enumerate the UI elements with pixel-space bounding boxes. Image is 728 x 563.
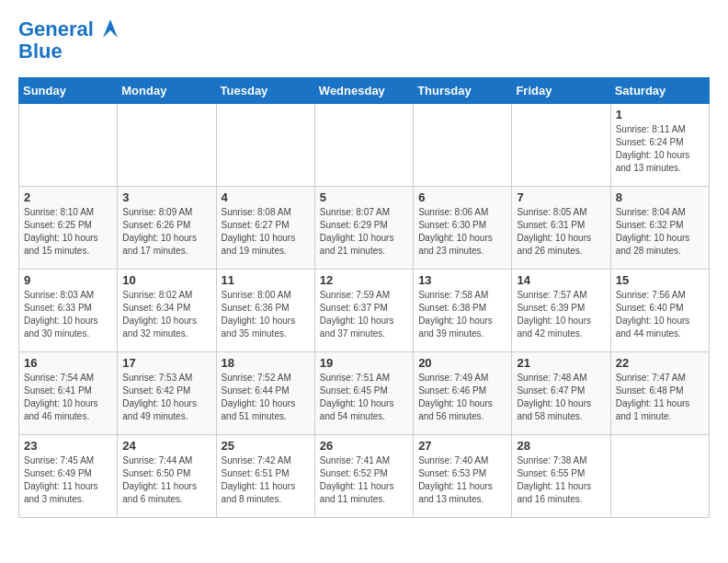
calendar-week-row: 1Sunrise: 8:11 AM Sunset: 6:24 PM Daylig… — [19, 104, 710, 187]
day-number: 25 — [222, 439, 310, 453]
calendar-week-row: 23Sunrise: 7:45 AM Sunset: 6:49 PM Dayli… — [19, 435, 710, 518]
calendar-day-cell: 13Sunrise: 7:58 AM Sunset: 6:38 PM Dayli… — [414, 270, 512, 352]
calendar-week-row: 16Sunrise: 7:54 AM Sunset: 6:41 PM Dayli… — [19, 352, 710, 435]
calendar-table: SundayMondayTuesdayWednesdayThursdayFrid… — [18, 77, 710, 518]
day-number: 8 — [616, 190, 704, 204]
calendar-day-cell: 23Sunrise: 7:45 AM Sunset: 6:49 PM Dayli… — [19, 435, 118, 518]
day-info: Sunrise: 7:38 AM Sunset: 6:55 PM Dayligh… — [517, 454, 605, 506]
day-info: Sunrise: 7:49 AM Sunset: 6:46 PM Dayligh… — [418, 372, 506, 423]
day-info: Sunrise: 7:59 AM Sunset: 6:37 PM Dayligh… — [320, 289, 408, 340]
day-info: Sunrise: 7:54 AM Sunset: 6:41 PM Dayligh… — [24, 372, 112, 423]
day-number: 2 — [24, 190, 112, 204]
day-number: 5 — [320, 190, 408, 204]
empty-day-cell — [118, 104, 216, 187]
day-number: 15 — [616, 273, 704, 287]
calendar-day-cell: 7Sunrise: 8:05 AM Sunset: 6:31 PM Daylig… — [512, 187, 610, 270]
calendar-day-cell: 10Sunrise: 8:02 AM Sunset: 6:34 PM Dayli… — [118, 270, 216, 352]
day-info: Sunrise: 7:42 AM Sunset: 6:51 PM Dayligh… — [222, 454, 310, 506]
logo-text: General Blue — [18, 18, 119, 63]
calendar-day-cell: 16Sunrise: 7:54 AM Sunset: 6:41 PM Dayli… — [19, 352, 118, 435]
calendar-day-cell: 12Sunrise: 7:59 AM Sunset: 6:37 PM Dayli… — [314, 270, 413, 352]
day-number: 27 — [418, 439, 506, 453]
day-info: Sunrise: 8:04 AM Sunset: 6:32 PM Dayligh… — [616, 206, 704, 258]
empty-day-cell — [216, 104, 314, 187]
calendar-day-cell: 21Sunrise: 7:48 AM Sunset: 6:47 PM Dayli… — [512, 352, 610, 435]
weekday-header-wednesday: Wednesday — [314, 78, 413, 104]
empty-day-cell — [610, 435, 709, 518]
empty-day-cell — [414, 104, 512, 187]
calendar-day-cell: 5Sunrise: 8:07 AM Sunset: 6:29 PM Daylig… — [314, 187, 413, 270]
day-number: 21 — [517, 356, 605, 370]
day-info: Sunrise: 7:45 AM Sunset: 6:49 PM Dayligh… — [24, 454, 112, 506]
day-number: 26 — [320, 439, 408, 453]
day-info: Sunrise: 7:57 AM Sunset: 6:39 PM Dayligh… — [517, 289, 605, 340]
day-info: Sunrise: 8:03 AM Sunset: 6:33 PM Dayligh… — [24, 289, 112, 340]
day-number: 11 — [222, 273, 310, 287]
calendar-day-cell: 1Sunrise: 8:11 AM Sunset: 6:24 PM Daylig… — [610, 104, 709, 187]
weekday-header-sunday: Sunday — [19, 78, 118, 104]
day-info: Sunrise: 8:09 AM Sunset: 6:26 PM Dayligh… — [122, 206, 210, 258]
calendar-day-cell: 11Sunrise: 8:00 AM Sunset: 6:36 PM Dayli… — [216, 270, 314, 352]
day-number: 19 — [320, 356, 408, 370]
day-number: 16 — [24, 356, 112, 370]
calendar-day-cell: 14Sunrise: 7:57 AM Sunset: 6:39 PM Dayli… — [512, 270, 610, 352]
calendar-day-cell: 9Sunrise: 8:03 AM Sunset: 6:33 PM Daylig… — [19, 270, 118, 352]
day-info: Sunrise: 8:05 AM Sunset: 6:31 PM Dayligh… — [517, 206, 605, 258]
day-number: 7 — [517, 190, 605, 204]
day-info: Sunrise: 7:47 AM Sunset: 6:48 PM Dayligh… — [616, 372, 704, 423]
day-number: 20 — [418, 356, 506, 370]
empty-day-cell — [19, 104, 118, 187]
calendar-day-cell: 6Sunrise: 8:06 AM Sunset: 6:30 PM Daylig… — [414, 187, 512, 270]
weekday-header-friday: Friday — [512, 78, 610, 104]
weekday-header-thursday: Thursday — [414, 78, 512, 104]
day-info: Sunrise: 8:00 AM Sunset: 6:36 PM Dayligh… — [222, 289, 310, 340]
weekday-header-row: SundayMondayTuesdayWednesdayThursdayFrid… — [19, 78, 710, 104]
day-info: Sunrise: 7:40 AM Sunset: 6:53 PM Dayligh… — [418, 454, 506, 506]
day-info: Sunrise: 7:56 AM Sunset: 6:40 PM Dayligh… — [616, 289, 704, 340]
calendar-day-cell: 2Sunrise: 8:10 AM Sunset: 6:25 PM Daylig… — [19, 187, 118, 270]
day-number: 1 — [616, 108, 704, 121]
day-info: Sunrise: 8:02 AM Sunset: 6:34 PM Dayligh… — [122, 289, 210, 340]
day-number: 4 — [222, 190, 310, 204]
calendar-day-cell: 3Sunrise: 8:09 AM Sunset: 6:26 PM Daylig… — [118, 187, 216, 270]
calendar-day-cell: 27Sunrise: 7:40 AM Sunset: 6:53 PM Dayli… — [414, 435, 512, 518]
calendar-day-cell: 8Sunrise: 8:04 AM Sunset: 6:32 PM Daylig… — [610, 187, 709, 270]
day-number: 22 — [616, 356, 704, 370]
day-number: 13 — [418, 273, 506, 287]
day-info: Sunrise: 7:53 AM Sunset: 6:42 PM Dayligh… — [122, 372, 210, 423]
day-info: Sunrise: 7:48 AM Sunset: 6:47 PM Dayligh… — [517, 372, 605, 423]
calendar-day-cell: 26Sunrise: 7:41 AM Sunset: 6:52 PM Dayli… — [314, 435, 413, 518]
day-info: Sunrise: 8:06 AM Sunset: 6:30 PM Dayligh… — [418, 206, 506, 258]
day-number: 14 — [517, 273, 605, 287]
weekday-header-saturday: Saturday — [610, 78, 709, 104]
day-number: 24 — [122, 439, 210, 453]
weekday-header-tuesday: Tuesday — [216, 78, 314, 104]
calendar-day-cell: 24Sunrise: 7:44 AM Sunset: 6:50 PM Dayli… — [118, 435, 216, 518]
day-info: Sunrise: 7:44 AM Sunset: 6:50 PM Dayligh… — [122, 454, 210, 506]
calendar-day-cell: 20Sunrise: 7:49 AM Sunset: 6:46 PM Dayli… — [414, 352, 512, 435]
calendar-day-cell: 22Sunrise: 7:47 AM Sunset: 6:48 PM Dayli… — [610, 352, 709, 435]
logo: General Blue — [18, 18, 119, 63]
day-number: 6 — [418, 190, 506, 204]
day-number: 9 — [24, 273, 112, 287]
day-info: Sunrise: 7:51 AM Sunset: 6:45 PM Dayligh… — [320, 372, 408, 423]
day-number: 28 — [517, 439, 605, 453]
day-info: Sunrise: 7:58 AM Sunset: 6:38 PM Dayligh… — [418, 289, 506, 340]
page-header: General Blue — [18, 18, 710, 63]
day-number: 17 — [122, 356, 210, 370]
day-info: Sunrise: 7:52 AM Sunset: 6:44 PM Dayligh… — [222, 372, 310, 423]
day-info: Sunrise: 8:11 AM Sunset: 6:24 PM Dayligh… — [616, 123, 704, 175]
calendar-day-cell: 19Sunrise: 7:51 AM Sunset: 6:45 PM Dayli… — [314, 352, 413, 435]
calendar-day-cell: 4Sunrise: 8:08 AM Sunset: 6:27 PM Daylig… — [216, 187, 314, 270]
calendar-week-row: 9Sunrise: 8:03 AM Sunset: 6:33 PM Daylig… — [19, 270, 710, 352]
day-info: Sunrise: 7:41 AM Sunset: 6:52 PM Dayligh… — [320, 454, 408, 506]
calendar-day-cell: 15Sunrise: 7:56 AM Sunset: 6:40 PM Dayli… — [610, 270, 709, 352]
calendar-day-cell: 17Sunrise: 7:53 AM Sunset: 6:42 PM Dayli… — [118, 352, 216, 435]
calendar-week-row: 2Sunrise: 8:10 AM Sunset: 6:25 PM Daylig… — [19, 187, 710, 270]
day-number: 23 — [24, 439, 112, 453]
empty-day-cell — [512, 104, 610, 187]
svg-marker-0 — [103, 19, 118, 38]
day-info: Sunrise: 8:10 AM Sunset: 6:25 PM Dayligh… — [24, 206, 112, 258]
calendar-day-cell: 28Sunrise: 7:38 AM Sunset: 6:55 PM Dayli… — [512, 435, 610, 518]
day-number: 3 — [122, 190, 210, 204]
